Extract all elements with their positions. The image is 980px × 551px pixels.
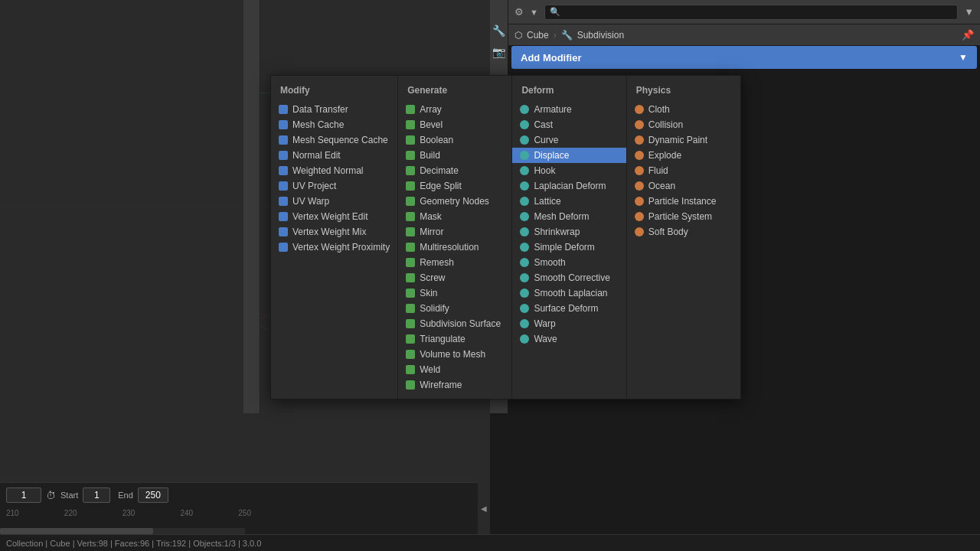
ruler-230: 230	[122, 509, 136, 517]
ruler-240: 240	[180, 509, 193, 517]
end-label: End	[118, 491, 133, 500]
item-geometry-nodes[interactable]: Geometry Nodes	[398, 194, 511, 209]
item-dynamic-paint[interactable]: Dynamic Paint	[627, 132, 740, 148]
item-triangulate[interactable]: Triangulate	[398, 331, 511, 347]
item-edge-split[interactable]: Edge Split	[398, 178, 511, 194]
header-bar: ⚙ ▼ 🔍 ▼	[508, 0, 980, 24]
ruler-210: 210	[6, 509, 19, 517]
item-armature[interactable]: Armature	[512, 102, 626, 117]
generate-header: Generate	[398, 82, 511, 102]
end-val-input[interactable]: 250	[138, 487, 168, 503]
item-subdivision-surface[interactable]: Subdivision Surface	[398, 316, 511, 331]
physics-header: Physics	[627, 82, 740, 102]
item-mesh-sequence-cache[interactable]: Mesh Sequence Cache	[271, 132, 397, 148]
generate-column: Generate Array Bevel Boolean Build Decim…	[398, 76, 512, 399]
item-weld[interactable]: Weld	[398, 362, 511, 377]
item-remesh[interactable]: Remesh	[398, 255, 511, 270]
item-displace[interactable]: Displace	[512, 148, 626, 163]
modify-column: Modify Data Transfer Mesh Cache Mesh Seq…	[271, 76, 398, 399]
left-panel-strip	[243, 0, 260, 413]
item-wireframe[interactable]: Wireframe	[398, 377, 511, 393]
timeline-collapse[interactable]: ◀	[478, 482, 490, 534]
item-simple-deform[interactable]: Simple Deform	[512, 240, 626, 255]
timeline: 1 ⏱ Start 1 End 250 210 220 230 240 250	[0, 482, 490, 534]
deform-column: Deform Armature Cast Curve Displace Hook…	[512, 76, 626, 399]
item-uv-warp[interactable]: UV Warp	[271, 194, 397, 209]
pin-icon[interactable]: 📌	[962, 29, 974, 41]
item-build[interactable]: Build	[398, 148, 511, 163]
breadcrumb-bar: ⬡ Cube › 🔧 Subdivision 📌	[508, 24, 980, 46]
item-cloth[interactable]: Cloth	[627, 102, 740, 117]
item-boolean[interactable]: Boolean	[398, 132, 511, 148]
breadcrumb-sub-icon: 🔧	[561, 30, 573, 41]
dropdown-toggle[interactable]: ▼	[530, 8, 538, 17]
status-bar: Collection | Cube | Verts:98 | Faces:96 …	[0, 534, 980, 551]
item-data-transfer[interactable]: Data Transfer	[271, 102, 397, 117]
item-explode[interactable]: Explode	[627, 148, 740, 163]
item-laplacian-deform[interactable]: Laplacian Deform	[512, 178, 626, 194]
expand-icon[interactable]: ▼	[964, 6, 974, 18]
start-val-input[interactable]: 1	[83, 487, 110, 503]
item-mirror[interactable]: Mirror	[398, 224, 511, 240]
item-cast[interactable]: Cast	[512, 117, 626, 132]
search-bar[interactable]: 🔍	[544, 5, 958, 20]
start-time-icon: ⏱	[46, 490, 56, 501]
item-mesh-cache[interactable]: Mesh Cache	[271, 117, 397, 132]
item-bevel[interactable]: Bevel	[398, 117, 511, 132]
item-decimate[interactable]: Decimate	[398, 163, 511, 178]
item-volume-to-mesh[interactable]: Volume to Mesh	[398, 347, 511, 362]
ruler-220: 220	[64, 509, 77, 517]
item-particle-system[interactable]: Particle System	[627, 209, 740, 224]
item-vertex-weight-mix[interactable]: Vertex Weight Mix	[271, 224, 397, 240]
item-wave[interactable]: Wave	[512, 331, 626, 347]
breadcrumb-arrow: ›	[554, 30, 557, 41]
breadcrumb-subdivision[interactable]: Subdivision	[577, 30, 624, 41]
scene-icon: ⚙	[514, 6, 524, 18]
item-collision[interactable]: Collision	[627, 117, 740, 132]
modifier-dropdown: Modify Data Transfer Mesh Cache Mesh Seq…	[270, 75, 741, 399]
item-smooth[interactable]: Smooth	[512, 255, 626, 270]
item-vertex-weight-edit[interactable]: Vertex Weight Edit	[271, 209, 397, 224]
item-skin[interactable]: Skin	[398, 285, 511, 301]
item-vertex-weight-proximity[interactable]: Vertex Weight Proximity	[271, 240, 397, 255]
deform-header: Deform	[512, 82, 626, 102]
item-soft-body[interactable]: Soft Body	[627, 224, 740, 240]
item-uv-project[interactable]: UV Project	[271, 178, 397, 194]
item-curve[interactable]: Curve	[512, 132, 626, 148]
breadcrumb-cube-icon: ⬡	[514, 30, 522, 41]
item-array[interactable]: Array	[398, 102, 511, 117]
item-fluid[interactable]: Fluid	[627, 163, 740, 178]
search-icon: 🔍	[550, 7, 560, 17]
item-weighted-normal[interactable]: Weighted Normal	[271, 163, 397, 178]
item-smooth-laplacian[interactable]: Smooth Laplacian	[512, 285, 626, 301]
item-ocean[interactable]: Ocean	[627, 178, 740, 194]
frame-input[interactable]: 1	[6, 487, 41, 503]
item-smooth-corrective[interactable]: Smooth Corrective	[512, 270, 626, 285]
add-modifier-arrow: ▼	[959, 52, 968, 63]
start-label: Start	[60, 491, 78, 500]
item-mesh-deform[interactable]: Mesh Deform	[512, 209, 626, 224]
physics-column: Physics Cloth Collision Dynamic Paint Ex…	[627, 76, 740, 399]
add-modifier-label: Add Modifier	[521, 52, 581, 64]
add-modifier-button[interactable]: Add Modifier ▼	[511, 46, 977, 69]
item-warp[interactable]: Warp	[512, 316, 626, 331]
item-hook[interactable]: Hook	[512, 163, 626, 178]
modify-header: Modify	[271, 82, 397, 102]
item-surface-deform[interactable]: Surface Deform	[512, 301, 626, 316]
item-particle-instance[interactable]: Particle Instance	[627, 194, 740, 209]
item-multiresolution[interactable]: Multiresolution	[398, 240, 511, 255]
breadcrumb-cube[interactable]: Cube	[527, 30, 549, 41]
item-shrinkwrap[interactable]: Shrinkwrap	[512, 224, 626, 240]
item-solidify[interactable]: Solidify	[398, 301, 511, 316]
item-mask[interactable]: Mask	[398, 209, 511, 224]
item-normal-edit[interactable]: Normal Edit	[271, 148, 397, 163]
ruler-250: 250	[238, 509, 251, 517]
item-lattice[interactable]: Lattice	[512, 194, 626, 209]
item-screw[interactable]: Screw	[398, 270, 511, 285]
status-text: Collection | Cube | Verts:98 | Faces:96 …	[6, 539, 261, 548]
